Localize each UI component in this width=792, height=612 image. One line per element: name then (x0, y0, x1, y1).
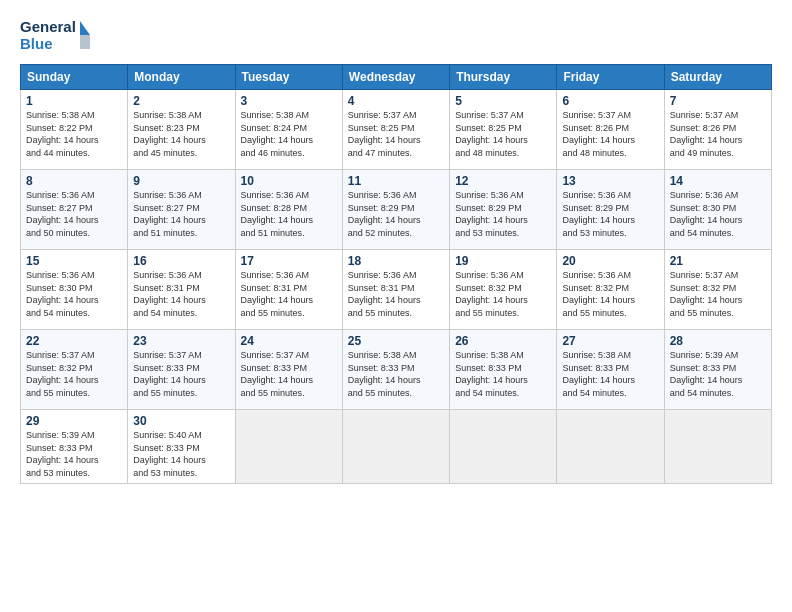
calendar-cell: 29Sunrise: 5:39 AMSunset: 8:33 PMDayligh… (21, 410, 128, 484)
day-info: Sunrise: 5:36 AMSunset: 8:31 PMDaylight:… (241, 269, 337, 319)
logo: General Blue (20, 16, 90, 54)
day-number: 7 (670, 94, 766, 108)
calendar-cell: 12Sunrise: 5:36 AMSunset: 8:29 PMDayligh… (450, 170, 557, 250)
day-info: Sunrise: 5:36 AMSunset: 8:29 PMDaylight:… (455, 189, 551, 239)
day-info: Sunrise: 5:39 AMSunset: 8:33 PMDaylight:… (670, 349, 766, 399)
day-number: 27 (562, 334, 658, 348)
day-number: 29 (26, 414, 122, 428)
calendar-cell: 3Sunrise: 5:38 AMSunset: 8:24 PMDaylight… (235, 90, 342, 170)
day-number: 4 (348, 94, 444, 108)
calendar-cell: 24Sunrise: 5:37 AMSunset: 8:33 PMDayligh… (235, 330, 342, 410)
day-info: Sunrise: 5:37 AMSunset: 8:26 PMDaylight:… (562, 109, 658, 159)
day-number: 17 (241, 254, 337, 268)
calendar-header-wednesday: Wednesday (342, 65, 449, 90)
calendar-cell: 10Sunrise: 5:36 AMSunset: 8:28 PMDayligh… (235, 170, 342, 250)
day-info: Sunrise: 5:36 AMSunset: 8:27 PMDaylight:… (133, 189, 229, 239)
calendar-cell (557, 410, 664, 484)
calendar-cell: 20Sunrise: 5:36 AMSunset: 8:32 PMDayligh… (557, 250, 664, 330)
day-info: Sunrise: 5:36 AMSunset: 8:30 PMDaylight:… (670, 189, 766, 239)
calendar-cell: 4Sunrise: 5:37 AMSunset: 8:25 PMDaylight… (342, 90, 449, 170)
day-info: Sunrise: 5:37 AMSunset: 8:25 PMDaylight:… (455, 109, 551, 159)
day-number: 2 (133, 94, 229, 108)
calendar-cell: 9Sunrise: 5:36 AMSunset: 8:27 PMDaylight… (128, 170, 235, 250)
day-number: 5 (455, 94, 551, 108)
calendar-cell: 11Sunrise: 5:36 AMSunset: 8:29 PMDayligh… (342, 170, 449, 250)
day-number: 14 (670, 174, 766, 188)
day-number: 6 (562, 94, 658, 108)
day-number: 19 (455, 254, 551, 268)
calendar-cell: 28Sunrise: 5:39 AMSunset: 8:33 PMDayligh… (664, 330, 771, 410)
day-info: Sunrise: 5:38 AMSunset: 8:33 PMDaylight:… (455, 349, 551, 399)
calendar-cell: 15Sunrise: 5:36 AMSunset: 8:30 PMDayligh… (21, 250, 128, 330)
day-info: Sunrise: 5:36 AMSunset: 8:32 PMDaylight:… (455, 269, 551, 319)
day-info: Sunrise: 5:40 AMSunset: 8:33 PMDaylight:… (133, 429, 229, 479)
calendar-header-sunday: Sunday (21, 65, 128, 90)
day-info: Sunrise: 5:37 AMSunset: 8:25 PMDaylight:… (348, 109, 444, 159)
day-info: Sunrise: 5:38 AMSunset: 8:23 PMDaylight:… (133, 109, 229, 159)
calendar-cell: 22Sunrise: 5:37 AMSunset: 8:32 PMDayligh… (21, 330, 128, 410)
day-info: Sunrise: 5:36 AMSunset: 8:30 PMDaylight:… (26, 269, 122, 319)
calendar-header-saturday: Saturday (664, 65, 771, 90)
calendar-table: SundayMondayTuesdayWednesdayThursdayFrid… (20, 64, 772, 484)
calendar-header-tuesday: Tuesday (235, 65, 342, 90)
day-number: 3 (241, 94, 337, 108)
day-info: Sunrise: 5:36 AMSunset: 8:29 PMDaylight:… (348, 189, 444, 239)
day-info: Sunrise: 5:37 AMSunset: 8:32 PMDaylight:… (26, 349, 122, 399)
day-info: Sunrise: 5:37 AMSunset: 8:32 PMDaylight:… (670, 269, 766, 319)
day-info: Sunrise: 5:36 AMSunset: 8:29 PMDaylight:… (562, 189, 658, 239)
calendar-cell (342, 410, 449, 484)
day-number: 25 (348, 334, 444, 348)
day-number: 18 (348, 254, 444, 268)
calendar-cell: 5Sunrise: 5:37 AMSunset: 8:25 PMDaylight… (450, 90, 557, 170)
calendar-cell: 25Sunrise: 5:38 AMSunset: 8:33 PMDayligh… (342, 330, 449, 410)
day-info: Sunrise: 5:38 AMSunset: 8:22 PMDaylight:… (26, 109, 122, 159)
calendar-cell: 16Sunrise: 5:36 AMSunset: 8:31 PMDayligh… (128, 250, 235, 330)
day-number: 12 (455, 174, 551, 188)
calendar-cell: 14Sunrise: 5:36 AMSunset: 8:30 PMDayligh… (664, 170, 771, 250)
day-number: 22 (26, 334, 122, 348)
day-number: 26 (455, 334, 551, 348)
day-info: Sunrise: 5:36 AMSunset: 8:31 PMDaylight:… (348, 269, 444, 319)
calendar-cell: 7Sunrise: 5:37 AMSunset: 8:26 PMDaylight… (664, 90, 771, 170)
page: General Blue SundayMondayTuesdayWednesda… (0, 0, 792, 612)
day-info: Sunrise: 5:38 AMSunset: 8:24 PMDaylight:… (241, 109, 337, 159)
day-info: Sunrise: 5:38 AMSunset: 8:33 PMDaylight:… (562, 349, 658, 399)
calendar-header-friday: Friday (557, 65, 664, 90)
calendar-cell: 21Sunrise: 5:37 AMSunset: 8:32 PMDayligh… (664, 250, 771, 330)
calendar-cell: 19Sunrise: 5:36 AMSunset: 8:32 PMDayligh… (450, 250, 557, 330)
calendar-cell (450, 410, 557, 484)
calendar-cell: 2Sunrise: 5:38 AMSunset: 8:23 PMDaylight… (128, 90, 235, 170)
day-number: 24 (241, 334, 337, 348)
day-info: Sunrise: 5:36 AMSunset: 8:32 PMDaylight:… (562, 269, 658, 319)
day-info: Sunrise: 5:36 AMSunset: 8:27 PMDaylight:… (26, 189, 122, 239)
calendar-cell: 23Sunrise: 5:37 AMSunset: 8:33 PMDayligh… (128, 330, 235, 410)
day-number: 21 (670, 254, 766, 268)
day-info: Sunrise: 5:38 AMSunset: 8:33 PMDaylight:… (348, 349, 444, 399)
calendar-header-thursday: Thursday (450, 65, 557, 90)
calendar-cell (235, 410, 342, 484)
calendar-cell (664, 410, 771, 484)
calendar-cell: 17Sunrise: 5:36 AMSunset: 8:31 PMDayligh… (235, 250, 342, 330)
day-info: Sunrise: 5:36 AMSunset: 8:31 PMDaylight:… (133, 269, 229, 319)
day-number: 8 (26, 174, 122, 188)
day-number: 16 (133, 254, 229, 268)
day-number: 30 (133, 414, 229, 428)
day-info: Sunrise: 5:36 AMSunset: 8:28 PMDaylight:… (241, 189, 337, 239)
day-number: 13 (562, 174, 658, 188)
calendar-cell: 13Sunrise: 5:36 AMSunset: 8:29 PMDayligh… (557, 170, 664, 250)
day-number: 28 (670, 334, 766, 348)
day-number: 11 (348, 174, 444, 188)
calendar-header-row: SundayMondayTuesdayWednesdayThursdayFrid… (21, 65, 772, 90)
day-number: 15 (26, 254, 122, 268)
calendar-cell: 6Sunrise: 5:37 AMSunset: 8:26 PMDaylight… (557, 90, 664, 170)
day-number: 9 (133, 174, 229, 188)
calendar-cell: 26Sunrise: 5:38 AMSunset: 8:33 PMDayligh… (450, 330, 557, 410)
calendar-cell: 27Sunrise: 5:38 AMSunset: 8:33 PMDayligh… (557, 330, 664, 410)
logo-svg: General Blue (20, 16, 90, 54)
day-number: 1 (26, 94, 122, 108)
svg-text:General: General (20, 18, 76, 35)
day-number: 23 (133, 334, 229, 348)
day-number: 20 (562, 254, 658, 268)
day-number: 10 (241, 174, 337, 188)
calendar-cell: 18Sunrise: 5:36 AMSunset: 8:31 PMDayligh… (342, 250, 449, 330)
